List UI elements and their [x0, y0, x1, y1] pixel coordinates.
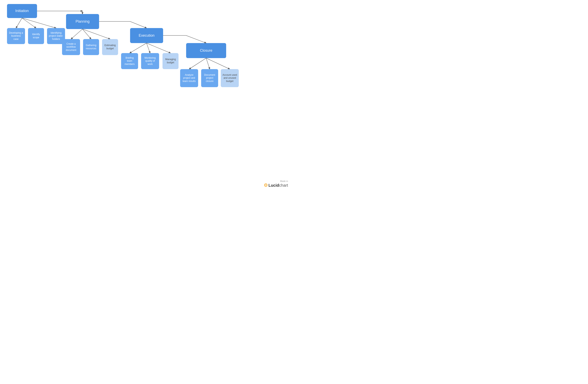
svg-line-12: [147, 43, 170, 53]
identify-scope-node: Identify scope: [28, 28, 44, 44]
watermark-logo: ❂ Lucidchart: [264, 183, 288, 188]
gathering-resources-node: Gathering resources: [83, 39, 99, 55]
svg-line-11: [147, 43, 150, 53]
svg-line-7: [83, 29, 110, 39]
svg-line-15: [189, 58, 206, 69]
closure-node: Closure: [186, 43, 226, 58]
lucidchart-icon: ❂: [264, 183, 268, 188]
svg-line-2: [16, 18, 22, 28]
analyze-project-node: Analyze project and team results: [180, 69, 198, 87]
svg-line-4: [22, 18, 56, 28]
svg-line-3: [22, 18, 36, 28]
watermark-logo-text: Lucidchart: [268, 183, 288, 188]
execution-node: Execution: [130, 28, 163, 43]
initiation-node: Initiation: [7, 4, 37, 18]
svg-line-5: [71, 29, 83, 39]
document-closure-node: Document project closure: [201, 69, 218, 87]
svg-line-16: [206, 58, 210, 69]
monitoring-quality-node: Monitoring quality of work: [141, 53, 159, 69]
account-budget-node: Account used and unused budget: [221, 69, 239, 87]
briefing-team-node: Briefing team members: [121, 53, 138, 69]
svg-line-17: [206, 58, 230, 69]
estimating-budget-node: Estimating budget: [102, 39, 118, 55]
diagram-container: Initiation Developing a business case Id…: [0, 0, 294, 192]
svg-line-14: [186, 35, 206, 43]
managing-budget-node: Managing budget: [163, 53, 179, 69]
watermark-made-in-text: Made in: [280, 180, 288, 182]
svg-line-10: [130, 43, 147, 53]
create-workflow-node: Create a workflow document: [62, 39, 80, 55]
svg-line-9: [130, 22, 147, 28]
svg-line-6: [83, 29, 91, 39]
planning-node: Planning: [66, 14, 99, 29]
watermark: Made in ❂ Lucidchart: [264, 180, 288, 188]
developing-business-case-node: Developing a business case: [7, 28, 25, 44]
